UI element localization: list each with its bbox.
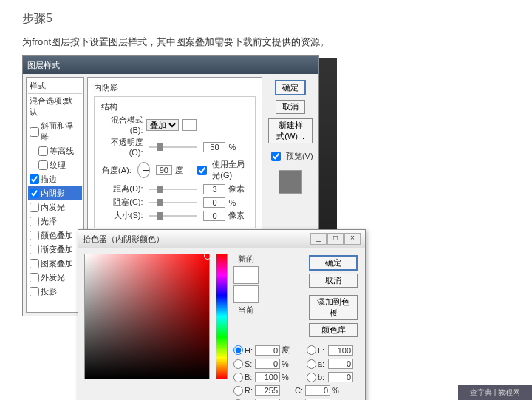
new-color-label: 新的 bbox=[238, 254, 254, 265]
preview-label: 预览(V) bbox=[286, 151, 313, 162]
choke-value[interactable]: 0 bbox=[203, 197, 225, 208]
h-radio[interactable] bbox=[233, 345, 243, 355]
checkbox-satin[interactable] bbox=[30, 217, 39, 226]
blend-mode-select[interactable]: 叠加 bbox=[146, 119, 179, 131]
choke-slider[interactable] bbox=[149, 202, 198, 203]
step-desc: 为front图层按下设置图层样式，其中图案叠加需要下载前文提供的资源。 bbox=[0, 27, 532, 49]
new-color-swatch bbox=[233, 266, 259, 284]
current-color-swatch[interactable] bbox=[233, 285, 259, 303]
checkbox-texture[interactable] bbox=[38, 160, 48, 170]
choke-label: 阻塞(C): bbox=[99, 197, 143, 208]
r-radio[interactable] bbox=[233, 386, 243, 396]
dialog-titlebar[interactable]: 图层样式 bbox=[23, 56, 318, 74]
preview-checkbox[interactable] bbox=[271, 152, 281, 161]
b-radio[interactable] bbox=[233, 373, 243, 382]
add-swatch-button[interactable]: 添加到色板 bbox=[309, 295, 358, 320]
distance-label: 距离(D): bbox=[99, 183, 143, 194]
s-value[interactable]: 0 bbox=[255, 359, 280, 369]
lab-b-radio[interactable] bbox=[307, 373, 316, 382]
styles-header: 样式 bbox=[28, 79, 82, 94]
distance-slider[interactable] bbox=[149, 189, 198, 190]
size-label: 大小(S): bbox=[99, 210, 143, 221]
color-picker-title: 拾色器（内阴影颜色） bbox=[83, 234, 164, 245]
step-title: 步骤5 bbox=[0, 0, 532, 27]
color-picker-dialog: 拾色器（内阴影颜色） _□× 新的 当前 确定 取消 添加到色板 颜色库 bbox=[78, 229, 366, 400]
angle-label: 角度(A): bbox=[99, 165, 132, 176]
checkbox-outer-glow[interactable] bbox=[30, 273, 39, 282]
style-inner-shadow[interactable]: 内阴影 bbox=[28, 186, 82, 200]
color-marker[interactable] bbox=[204, 252, 211, 260]
style-satin[interactable]: 光泽 bbox=[28, 214, 82, 228]
blend-options-default[interactable]: 混合选项:默认 bbox=[28, 94, 82, 119]
global-light-label: 使用全局光(G) bbox=[212, 159, 250, 181]
checkbox-pattern-overlay[interactable] bbox=[30, 259, 39, 268]
size-value[interactable]: 0 bbox=[203, 211, 225, 221]
style-drop-shadow[interactable]: 投影 bbox=[28, 285, 82, 299]
cp-ok-button[interactable]: 确定 bbox=[309, 255, 358, 271]
style-pattern-overlay[interactable]: 图案叠加 bbox=[28, 257, 82, 271]
opacity-slider[interactable] bbox=[149, 146, 198, 148]
checkbox-bevel[interactable] bbox=[30, 127, 39, 137]
structure-label: 结构 bbox=[99, 101, 120, 112]
watermark: 查字典 | 教程网 bbox=[458, 385, 532, 400]
cancel-button[interactable]: 取消 bbox=[276, 100, 305, 114]
checkbox-stroke[interactable] bbox=[30, 174, 39, 184]
blend-mode-label: 混合模式(B): bbox=[99, 115, 143, 135]
checkbox-drop-shadow[interactable] bbox=[30, 287, 39, 296]
current-color-label: 当前 bbox=[238, 305, 254, 316]
color-picker-titlebar[interactable]: 拾色器（内阴影颜色） _□× bbox=[78, 230, 365, 248]
c-value[interactable]: 0 bbox=[305, 385, 330, 396]
checkbox-inner-shadow[interactable] bbox=[30, 189, 39, 198]
lab-b-value[interactable]: 0 bbox=[328, 372, 353, 382]
style-inner-glow[interactable]: 内发光 bbox=[28, 200, 82, 214]
dialog-title: 图层样式 bbox=[27, 60, 60, 71]
checkbox-contour[interactable] bbox=[38, 146, 48, 156]
style-bevel[interactable]: 斜面和浮雕 bbox=[28, 119, 82, 144]
new-style-button[interactable]: 新建样式(W)... bbox=[268, 118, 313, 143]
style-color-overlay[interactable]: 颜色叠加 bbox=[28, 228, 82, 243]
minimize-icon[interactable]: _ bbox=[310, 233, 327, 245]
checkbox-color-overlay[interactable] bbox=[30, 231, 39, 240]
ok-button[interactable]: 确定 bbox=[275, 80, 306, 95]
style-stroke[interactable]: 描边 bbox=[28, 172, 82, 186]
opacity-label: 不透明度(O): bbox=[99, 137, 143, 157]
l-value[interactable]: 100 bbox=[328, 345, 353, 356]
style-gradient-overlay[interactable]: 渐变叠加 bbox=[28, 243, 82, 257]
a-value[interactable]: 0 bbox=[328, 359, 353, 369]
styles-list: 样式 混合选项:默认 斜面和浮雕 等高线 纹理 描边 内阴影 内发光 光泽 颜色… bbox=[26, 77, 84, 313]
cp-cancel-button[interactable]: 取消 bbox=[309, 274, 358, 288]
shadow-color-swatch[interactable] bbox=[182, 119, 197, 131]
close-icon[interactable]: × bbox=[344, 233, 361, 245]
checkbox-gradient-overlay[interactable] bbox=[30, 245, 39, 254]
r-value[interactable]: 255 bbox=[255, 385, 280, 396]
style-texture[interactable]: 纹理 bbox=[28, 158, 82, 172]
preview-swatch bbox=[279, 170, 302, 194]
color-field[interactable] bbox=[84, 254, 210, 379]
angle-dial[interactable] bbox=[137, 162, 150, 178]
style-contour[interactable]: 等高线 bbox=[28, 144, 82, 158]
global-light-checkbox[interactable] bbox=[197, 166, 207, 175]
color-libraries-button[interactable]: 颜色库 bbox=[309, 323, 358, 337]
angle-value[interactable]: 90 bbox=[156, 165, 173, 175]
checkbox-inner-glow[interactable] bbox=[30, 203, 39, 212]
a-radio[interactable] bbox=[307, 359, 316, 369]
distance-value[interactable]: 3 bbox=[203, 184, 225, 194]
style-outer-glow[interactable]: 外发光 bbox=[28, 271, 82, 285]
hue-slider[interactable] bbox=[216, 254, 228, 379]
l-radio[interactable] bbox=[307, 345, 316, 355]
s-radio[interactable] bbox=[233, 359, 243, 369]
opacity-value[interactable]: 50 bbox=[203, 142, 225, 152]
size-slider[interactable] bbox=[149, 215, 198, 217]
panel-title: 内阴影 bbox=[94, 82, 256, 93]
maximize-icon[interactable]: □ bbox=[327, 233, 344, 245]
window-controls: _□× bbox=[310, 233, 361, 245]
b-value[interactable]: 100 bbox=[255, 372, 280, 382]
h-value[interactable]: 0 bbox=[255, 345, 280, 356]
